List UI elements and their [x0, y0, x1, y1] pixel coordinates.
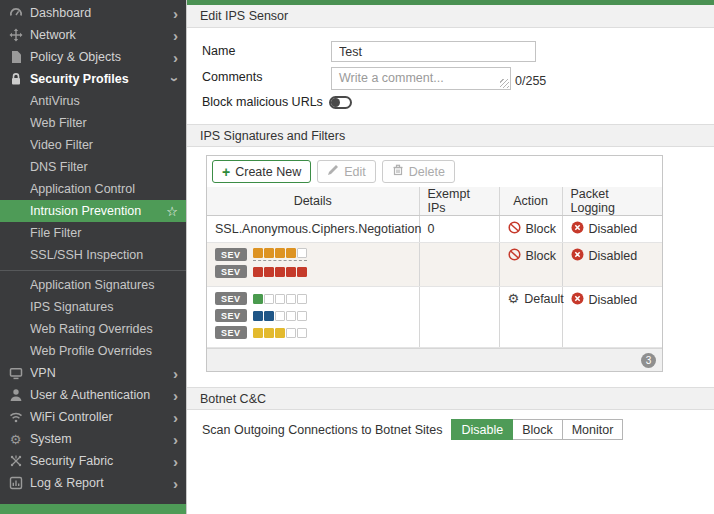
packet-logging-label: Disabled: [589, 293, 638, 307]
sidebar-item-security-fabric[interactable]: Security Fabric›: [0, 450, 186, 472]
sidebar-item-label: DNS Filter: [30, 160, 178, 174]
severity-box-filled: [275, 328, 285, 338]
create-new-button[interactable]: + Create New: [212, 160, 311, 183]
wifi-icon: [8, 410, 23, 424]
sidebar-item-web-rating-overrides[interactable]: Web Rating Overrides: [0, 318, 186, 340]
packet-logging-cell: Disabled: [562, 243, 662, 287]
chevron-right-icon: ›: [173, 6, 178, 21]
sensor-form: Name Comments 0/255 Block malicious URLs: [187, 28, 714, 124]
table-footer: 3: [207, 348, 662, 371]
botnet-section-title: Botnet C&C: [200, 392, 266, 406]
signatures-section-header: IPS Signatures and Filters: [187, 124, 714, 147]
sidebar-item-security-profiles[interactable]: Security Profiles›: [0, 68, 186, 90]
sidebar-item-user-authentication[interactable]: User & Authentication›: [0, 384, 186, 406]
sidebar-item-label: Application Signatures: [30, 278, 178, 292]
botnet-option-disable[interactable]: Disable: [451, 419, 513, 440]
signatures-table-body: SSL.Anonymous.Ciphers.Negotiation0BlockD…: [207, 216, 662, 348]
sidebar-item-label: SSL/SSH Inspection: [30, 248, 178, 262]
comments-row: Comments 0/255: [202, 67, 714, 90]
sidebar-item-intrusion-prevention[interactable]: Intrusion Prevention☆: [0, 200, 186, 222]
sidebar-item-video-filter[interactable]: Video Filter: [0, 134, 186, 156]
table-row[interactable]: SEVSEVBlockDisabled: [207, 243, 662, 287]
botnet-section-header: Botnet C&C: [187, 387, 714, 410]
edit-button[interactable]: Edit: [317, 160, 376, 183]
lock-icon: [8, 72, 23, 86]
severity-box-empty: [264, 294, 274, 304]
severity-indicator: SEV: [215, 248, 411, 261]
sidebar-item-web-filter[interactable]: Web Filter: [0, 112, 186, 134]
signatures-section-title: IPS Signatures and Filters: [200, 129, 345, 143]
plus-icon: +: [222, 165, 230, 179]
severity-box-empty: [275, 311, 285, 321]
policy-icon: [8, 50, 23, 64]
severity-box-empty: [297, 294, 307, 304]
fabric-icon: [8, 454, 23, 468]
favorite-star-icon[interactable]: ☆: [166, 205, 178, 218]
sidebar-item-ssl-ssh-inspection[interactable]: SSL/SSH Inspection: [0, 244, 186, 266]
sidebar-item-policy-objects[interactable]: Policy & Objects›: [0, 46, 186, 68]
severity-box-filled: [264, 248, 274, 258]
page-title: Edit IPS Sensor: [187, 5, 714, 28]
packet-logging-label: Disabled: [589, 222, 638, 236]
resize-grip-icon[interactable]: [500, 79, 509, 88]
delete-button[interactable]: Delete: [382, 160, 455, 183]
sidebar-item-network[interactable]: Network›: [0, 24, 186, 46]
comments-field-wrap: [331, 67, 511, 90]
sidebar-item-label: Application Control: [30, 182, 178, 196]
sidebar-item-file-filter[interactable]: File Filter: [0, 222, 186, 244]
column-header-action: Action: [499, 187, 562, 216]
comments-char-counter: 0/255: [515, 74, 546, 90]
sidebar-item-vpn[interactable]: VPN›: [0, 362, 186, 384]
severity-box-filled: [253, 267, 263, 277]
sidebar-item-label: Log & Report: [30, 476, 169, 490]
action-label: Default: [524, 292, 564, 306]
action-label: Block: [526, 249, 557, 263]
table-row[interactable]: SSL.Anonymous.Ciphers.Negotiation0BlockD…: [207, 216, 662, 243]
chevron-right-icon: ›: [173, 388, 178, 403]
sidebar-item-wifi-controller[interactable]: WiFi Controller›: [0, 406, 186, 428]
sidebar-item-application-control[interactable]: Application Control: [0, 178, 186, 200]
severity-level-boxes: [253, 328, 307, 338]
sidebar-item-label: Web Profile Overrides: [30, 344, 178, 358]
sidebar-item-web-profile-overrides[interactable]: Web Profile Overrides: [0, 340, 186, 362]
sidebar-item-label: IPS Signatures: [30, 300, 178, 314]
sidebar-item-application-signatures[interactable]: Application Signatures: [0, 274, 186, 296]
block-urls-toggle[interactable]: [329, 96, 352, 109]
disabled-icon: [571, 292, 584, 308]
chevron-right-icon: ›: [173, 50, 178, 65]
severity-indicator: SEV: [215, 292, 411, 305]
toggle-knob-icon: [331, 98, 340, 107]
sidebar-item-label: Video Filter: [30, 138, 178, 152]
exempt-ips-cell: [419, 243, 499, 287]
sidebar-item-log-report[interactable]: Log & Report›: [0, 472, 186, 494]
sidebar-item-label: Intrusion Prevention: [30, 204, 166, 218]
dashboard-icon: [8, 6, 23, 20]
severity-box-filled: [264, 267, 274, 277]
edit-label: Edit: [344, 165, 366, 179]
sev-badge: SEV: [215, 326, 247, 339]
disabled-icon: [571, 221, 584, 237]
details-cell: SEVSEVSEV: [207, 287, 419, 348]
sidebar-item-antivirus[interactable]: AntiVirus: [0, 90, 186, 112]
table-row[interactable]: SEVSEVSEV⚙DefaultDisabled: [207, 287, 662, 348]
exempt-ips-cell: [419, 287, 499, 348]
botnet-option-monitor[interactable]: Monitor: [562, 419, 624, 440]
severity-indicator: SEV: [215, 309, 411, 322]
delete-label: Delete: [409, 165, 445, 179]
packet-logging-cell: Disabled: [562, 287, 662, 348]
name-label: Name: [202, 41, 331, 58]
packet-logging-label: Disabled: [589, 249, 638, 263]
chevron-right-icon: ›: [173, 454, 178, 469]
sidebar-item-ips-signatures[interactable]: IPS Signatures: [0, 296, 186, 318]
sidebar-item-label: File Filter: [30, 226, 178, 240]
comments-input[interactable]: [331, 67, 511, 90]
sidebar-item-dns-filter[interactable]: DNS Filter: [0, 156, 186, 178]
sev-badge: SEV: [215, 248, 247, 261]
botnet-option-block[interactable]: Block: [512, 419, 563, 440]
sidebar-item-dashboard[interactable]: Dashboard›: [0, 2, 186, 24]
sidebar-item-system[interactable]: ⚙System›: [0, 428, 186, 450]
name-input[interactable]: [331, 41, 536, 62]
chevron-down-icon: ›: [168, 77, 183, 82]
app-window: Dashboard›Network›Policy & Objects›Secur…: [0, 0, 714, 514]
name-row: Name: [202, 41, 714, 62]
